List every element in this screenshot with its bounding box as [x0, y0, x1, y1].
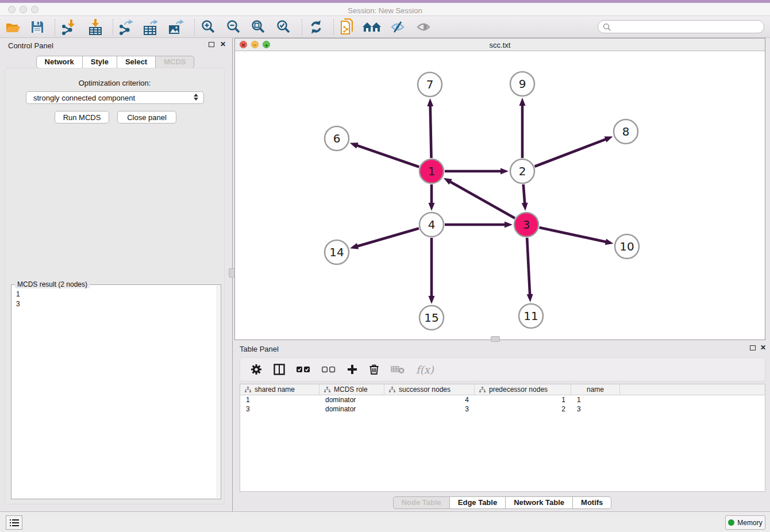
home-button[interactable] — [362, 18, 382, 36]
zoom-fit-icon — [251, 20, 266, 34]
table-row[interactable]: 1dominator411 — [240, 395, 765, 404]
create-column-button[interactable] — [347, 364, 357, 375]
criterion-dropdown[interactable]: strongly connected component — [26, 91, 204, 104]
control-panel: Control Panel ✕ NetworkStyleSelectMCDS O… — [2, 38, 228, 511]
mcds-result-box: MCDS result (2 nodes) 1 3 — [11, 284, 221, 499]
table-cell: 4 — [384, 396, 475, 404]
hide-graphics-button[interactable] — [388, 18, 407, 36]
app-titlebar: Session: New Session — [0, 3, 770, 16]
clear-entries-button[interactable] — [391, 365, 405, 374]
criterion-value: strongly connected component — [33, 94, 135, 102]
column-header-mcds-role[interactable]: MCDS role — [319, 384, 384, 395]
column-header-predecessor-nodes[interactable]: predecessor nodes — [475, 384, 571, 395]
delete-column-button[interactable] — [369, 364, 379, 375]
save-session-button[interactable] — [28, 18, 47, 36]
import-table-button[interactable] — [86, 18, 105, 36]
node-label-10: 10 — [619, 240, 634, 253]
node-label-4: 4 — [428, 218, 436, 232]
edge-1-6[interactable] — [356, 145, 419, 167]
deselect-all-rows-button[interactable] — [322, 366, 336, 373]
edge-3-10[interactable] — [539, 228, 607, 242]
memory-label: Memory — [737, 519, 762, 527]
zoom-selected-button[interactable] — [274, 18, 294, 36]
search-input[interactable] — [611, 22, 764, 32]
column-type-icon — [479, 387, 486, 393]
import-network-button[interactable] — [59, 18, 78, 36]
memory-button[interactable]: Memory — [725, 515, 765, 530]
close-panel-icon-button[interactable]: ✕ — [219, 41, 227, 49]
close-panel-button[interactable]: Close panel — [117, 111, 176, 124]
task-history-button[interactable] — [6, 515, 22, 530]
eye-slash-icon — [390, 20, 406, 34]
export-image-button[interactable] — [166, 18, 186, 36]
column-header-shared-name[interactable]: shared name — [240, 384, 319, 395]
network-graph-canvas[interactable]: 7968124314101511 — [235, 51, 765, 340]
column-header-label: successor nodes — [399, 385, 451, 394]
export-image-icon — [168, 19, 184, 35]
select-all-rows-button[interactable] — [297, 366, 310, 373]
tab-network-table[interactable]: Network Table — [506, 496, 573, 509]
table-cell: 3 — [571, 405, 620, 413]
clone-network-button[interactable] — [338, 18, 357, 36]
table-float-button[interactable] — [749, 345, 757, 353]
table-settings-button[interactable] — [251, 364, 262, 375]
table-toolbar: f(x) — [240, 357, 765, 381]
control-panel-tabs: NetworkStyleSelectMCDS — [2, 56, 228, 68]
run-mcds-button[interactable]: Run MCDS — [55, 111, 109, 124]
edge-arrowhead — [444, 178, 452, 185]
plus-icon — [347, 364, 357, 375]
show-column-panel-button[interactable] — [274, 364, 285, 375]
import-network-icon — [61, 19, 76, 35]
edge-1-7[interactable] — [430, 105, 432, 158]
edge-3-1[interactable] — [449, 181, 514, 218]
export-table-button[interactable] — [141, 18, 160, 36]
show-graphics-button[interactable] — [414, 18, 433, 36]
node-label-8: 8 — [622, 125, 630, 138]
node-label-7: 7 — [426, 78, 434, 91]
zoom-in-icon — [201, 20, 216, 34]
dropdown-arrows-icon — [194, 94, 199, 101]
edge-arrowhead — [429, 296, 435, 304]
table-row[interactable]: 3dominator323 — [240, 404, 765, 414]
tab-motifs[interactable]: Motifs — [573, 496, 611, 509]
open-session-button[interactable] — [3, 18, 23, 36]
tab-edge-table[interactable]: Edge Table — [450, 496, 506, 509]
horizontal-splitter-handle[interactable] — [491, 336, 500, 342]
search-box[interactable] — [598, 20, 764, 33]
edge-2-3[interactable] — [523, 184, 525, 205]
tab-network[interactable]: Network — [36, 56, 83, 68]
table-close-button[interactable]: ✕ — [759, 344, 767, 352]
edge-3-11[interactable] — [527, 238, 530, 296]
float-panel-button[interactable] — [207, 41, 215, 49]
zoom-in-button[interactable] — [199, 18, 218, 36]
toolbar-separator — [113, 19, 113, 35]
edge-arrowhead — [429, 203, 435, 211]
column-header-label: MCDS role — [334, 385, 368, 394]
refresh-button[interactable] — [306, 18, 326, 36]
table-cell: 2 — [475, 405, 571, 413]
tab-node-table[interactable]: Node Table — [393, 496, 450, 509]
result-scrollbar[interactable] — [216, 286, 220, 498]
table-cell: 1 — [571, 396, 620, 404]
tab-mcds[interactable]: MCDS — [156, 56, 194, 68]
zoom-out-button[interactable] — [224, 18, 244, 36]
select-all-icon — [297, 366, 310, 373]
trash-icon — [369, 364, 379, 375]
tab-select[interactable]: Select — [117, 56, 156, 68]
function-builder-button[interactable]: f(x) — [416, 364, 434, 376]
column-header-name[interactable]: name — [571, 384, 620, 395]
eye-icon — [415, 20, 432, 34]
table-cell: dominator — [319, 396, 384, 404]
edge-4-14[interactable] — [356, 228, 419, 246]
export-network-button[interactable] — [116, 18, 136, 36]
list-icon — [10, 519, 19, 527]
status-bar: Memory — [0, 511, 770, 532]
tab-style[interactable]: Style — [83, 56, 117, 68]
memory-status-icon — [728, 519, 734, 526]
edge-2-8[interactable] — [534, 139, 607, 167]
edge-arrowhead — [427, 98, 433, 106]
clear-table-icon — [391, 365, 405, 374]
node-label-1: 1 — [428, 164, 436, 178]
column-header-successor-nodes[interactable]: successor nodes — [384, 384, 475, 395]
zoom-fit-button[interactable] — [249, 18, 268, 36]
